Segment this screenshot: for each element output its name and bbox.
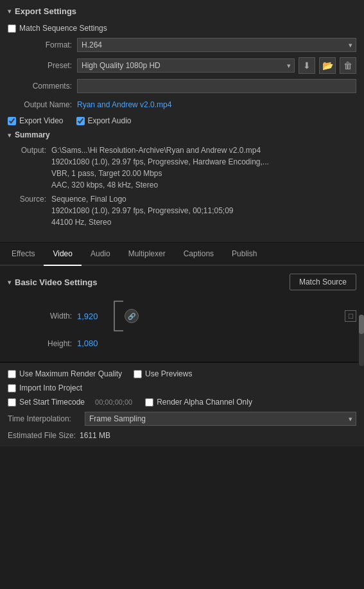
export-video-text: Export Video bbox=[19, 116, 64, 125]
summary-source-line3: 44100 Hz, Stereo bbox=[51, 216, 234, 228]
timecode-value: 00;00;00;00 bbox=[95, 398, 132, 406]
width-row: Width: 1,920 🔗 ☐ bbox=[0, 297, 364, 335]
preset-load-button[interactable]: 📂 bbox=[319, 57, 336, 74]
format-row: Format: H.264 H.265 (HEVC) QuickTime bbox=[0, 35, 364, 55]
export-checkboxes-row: Export Video Export Audio bbox=[0, 114, 364, 128]
width-label: Width: bbox=[8, 312, 72, 321]
set-start-timecode-text: Set Start Timecode bbox=[19, 398, 85, 407]
output-name-row: Output Name: Ryan and Andrew v2.0.mp4 bbox=[0, 96, 364, 114]
dimension-bracket-svg bbox=[112, 300, 125, 332]
export-settings-header: ▾ Export Settings bbox=[0, 0, 364, 21]
use-previews-checkbox[interactable] bbox=[134, 370, 142, 378]
scrollbar-thumb[interactable] bbox=[359, 315, 364, 334]
tab-audio[interactable]: Audio bbox=[82, 243, 119, 266]
export-video-label[interactable]: Export Video bbox=[8, 116, 64, 125]
summary-chevron-icon: ▾ bbox=[8, 132, 11, 139]
import-project-checkbox[interactable] bbox=[8, 384, 16, 392]
summary-output-value: G:\Sams...\Hi Resolution-Archive\Ryan an… bbox=[51, 145, 269, 191]
max-render-quality-checkbox[interactable] bbox=[8, 370, 16, 378]
summary-output-line3: VBR, 1 pass, Target 20.00 Mbps bbox=[51, 168, 269, 179]
render-alpha-checkbox[interactable] bbox=[145, 398, 153, 407]
tab-captions[interactable]: Captions bbox=[175, 243, 223, 266]
format-select[interactable]: H.264 H.265 (HEVC) QuickTime bbox=[77, 38, 356, 52]
height-row: Height: 1,080 bbox=[0, 335, 364, 351]
file-size-label: Estimated File Size: bbox=[8, 431, 76, 440]
summary-output-line1: G:\Sams...\Hi Resolution-Archive\Ryan an… bbox=[51, 145, 269, 156]
summary-source-line1: Sequence, Final Logo bbox=[51, 193, 234, 205]
import-project-text: Import Into Project bbox=[19, 383, 82, 392]
time-interpolation-select-wrapper[interactable]: Frame Sampling Frame Blending Optical Fl… bbox=[85, 412, 356, 426]
bottom-panel: Use Maximum Render Quality Use Previews … bbox=[0, 362, 364, 446]
time-interpolation-label: Time Interpolation: bbox=[8, 414, 85, 423]
tab-publish[interactable]: Publish bbox=[223, 243, 266, 266]
summary-source-line2: 1920x1080 (1.0), 29.97 fps, Progressive,… bbox=[51, 205, 234, 216]
set-start-timecode-label[interactable]: Set Start Timecode bbox=[8, 398, 85, 407]
summary-title: Summary bbox=[15, 130, 50, 139]
import-project-label[interactable]: Import Into Project bbox=[8, 383, 82, 392]
expand-area: ☐ bbox=[345, 310, 356, 322]
preset-save-button[interactable]: ⬇ bbox=[299, 57, 315, 74]
export-video-checkbox[interactable] bbox=[8, 117, 16, 125]
expand-icon: ☐ bbox=[348, 313, 354, 320]
import-project-row: Import Into Project bbox=[8, 383, 356, 392]
height-label: Height: bbox=[8, 339, 72, 348]
timecode-row: Set Start Timecode 00;00;00;00 Render Al… bbox=[8, 398, 356, 407]
tabs-bar: Effects Video Audio Multiplexer Captions… bbox=[0, 243, 364, 266]
preset-select-wrapper[interactable]: High Quality 1080p HD Match Source - Hig… bbox=[77, 58, 295, 73]
max-render-quality-label[interactable]: Use Maximum Render Quality bbox=[8, 369, 122, 378]
summary-section: ▾ Summary Output: G:\Sams...\Hi Resoluti… bbox=[0, 128, 364, 234]
tab-multiplexer[interactable]: Multiplexer bbox=[119, 243, 175, 266]
use-previews-text: Use Previews bbox=[145, 369, 192, 378]
format-select-wrapper[interactable]: H.264 H.265 (HEVC) QuickTime bbox=[77, 38, 356, 52]
comments-input[interactable] bbox=[77, 79, 356, 93]
link-icon-area: 🔗 bbox=[112, 300, 139, 332]
match-sequence-row: Match Sequence Settings bbox=[0, 21, 364, 35]
summary-output-row: Output: G:\Sams...\Hi Resolution-Archive… bbox=[8, 143, 356, 192]
preset-controls: High Quality 1080p HD Match Source - Hig… bbox=[77, 57, 356, 74]
export-audio-text: Export Audio bbox=[88, 116, 132, 125]
render-alpha-label[interactable]: Render Alpha Channel Only bbox=[145, 398, 252, 407]
max-render-quality-text: Use Maximum Render Quality bbox=[19, 369, 122, 378]
summary-output-line2: 1920x1080 (1.0), 29.97 fps, Progressive,… bbox=[51, 156, 269, 168]
basic-video-title-text: Basic Video Settings bbox=[15, 277, 97, 287]
scrollbar-track[interactable] bbox=[359, 315, 364, 366]
summary-source-value: Sequence, Final Logo 1920x1080 (1.0), 29… bbox=[51, 193, 234, 228]
export-settings-panel: ▾ Export Settings Match Sequence Setting… bbox=[0, 0, 364, 243]
file-size-row: Estimated File Size: 1611 MB bbox=[8, 431, 356, 440]
expand-box-button[interactable]: ☐ bbox=[345, 310, 356, 322]
preset-select[interactable]: High Quality 1080p HD Match Source - Hig… bbox=[77, 58, 295, 73]
use-previews-label[interactable]: Use Previews bbox=[134, 369, 192, 378]
tab-effects[interactable]: Effects bbox=[3, 243, 44, 266]
summary-output-label: Output: bbox=[8, 145, 46, 191]
export-settings-title: Export Settings bbox=[15, 6, 76, 16]
export-audio-checkbox[interactable] bbox=[76, 117, 85, 125]
match-sequence-label: Match Sequence Settings bbox=[19, 24, 107, 33]
preset-row: Preset: High Quality 1080p HD Match Sour… bbox=[0, 55, 364, 76]
height-value: 1,080 bbox=[77, 338, 109, 348]
basic-video-settings-header: ▾ Basic Video Settings Match Source bbox=[0, 266, 364, 297]
set-start-timecode-checkbox[interactable] bbox=[8, 398, 16, 407]
preset-label: Preset: bbox=[8, 61, 72, 70]
render-quality-row: Use Maximum Render Quality Use Previews bbox=[8, 369, 356, 378]
time-interpolation-row: Time Interpolation: Frame Sampling Frame… bbox=[8, 412, 356, 426]
match-source-button[interactable]: Match Source bbox=[290, 274, 356, 290]
match-sequence-checkbox[interactable] bbox=[8, 24, 16, 33]
summary-output-line4: AAC, 320 kbps, 48 kHz, Stereo bbox=[51, 179, 269, 191]
link-dimensions-button[interactable]: 🔗 bbox=[125, 309, 139, 323]
file-size-value: 1611 MB bbox=[80, 431, 110, 440]
comments-label: Comments: bbox=[8, 82, 72, 91]
export-audio-label[interactable]: Export Audio bbox=[76, 116, 132, 125]
section-chevron-icon: ▾ bbox=[8, 8, 11, 15]
summary-header: ▾ Summary bbox=[8, 130, 356, 139]
output-name-link[interactable]: Ryan and Andrew v2.0.mp4 bbox=[77, 100, 171, 109]
render-alpha-text: Render Alpha Channel Only bbox=[157, 398, 252, 407]
summary-source-label: Source: bbox=[8, 193, 46, 228]
preset-delete-button[interactable]: 🗑 bbox=[340, 57, 356, 74]
time-interpolation-select[interactable]: Frame Sampling Frame Blending Optical Fl… bbox=[85, 412, 356, 426]
basic-video-title: ▾ Basic Video Settings bbox=[8, 277, 97, 287]
match-sequence-checkbox-label[interactable]: Match Sequence Settings bbox=[8, 24, 107, 33]
width-value: 1,920 bbox=[77, 312, 109, 321]
tab-video[interactable]: Video bbox=[44, 243, 81, 266]
format-label: Format: bbox=[8, 40, 72, 49]
comments-row: Comments: bbox=[0, 76, 364, 96]
